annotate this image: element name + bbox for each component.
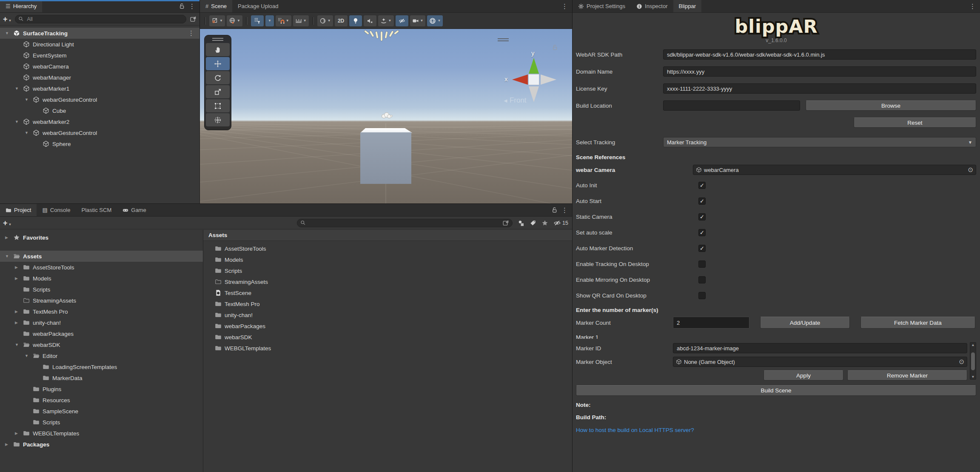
snap-toggle-button[interactable]: ▼ <box>276 15 291 26</box>
expand-arrow-icon[interactable] <box>15 343 23 347</box>
add-update-button[interactable]: Add/Update <box>760 317 850 329</box>
marker-scrollbar[interactable]: ▲ ▼ <box>970 342 976 380</box>
kebab-menu-icon[interactable]: ⋮ <box>561 207 568 213</box>
create-asset-button[interactable]: +▼ <box>3 220 11 226</box>
east-axis-cone[interactable] <box>541 74 556 85</box>
unlock-icon[interactable] <box>179 3 185 9</box>
license-key-field[interactable]: xxxx-1111-2222-3333-yyyy <box>663 83 976 94</box>
move-tool-button[interactable] <box>206 57 230 70</box>
tab-package-upload[interactable]: Package Upload <box>232 0 284 12</box>
expand-arrow-icon[interactable] <box>5 31 13 35</box>
audio-mute-button[interactable] <box>364 15 376 26</box>
kebab-menu-icon[interactable]: ⋮ <box>188 29 199 37</box>
tab-hierarchy[interactable]: ☰ Hierarchy <box>0 0 42 12</box>
folder-tree-row[interactable]: Favorites <box>0 232 203 243</box>
kebab-menu-icon[interactable]: ⋮ <box>561 3 568 9</box>
pick-window-icon[interactable] <box>190 16 197 23</box>
asset-item[interactable]: Scripts <box>203 265 572 276</box>
build-scene-button[interactable]: Build Scene <box>576 385 976 396</box>
shading-mode-button[interactable]: ▼ <box>317 15 333 26</box>
select-tracking-dropdown[interactable]: Marker Tracking ▼ <box>663 137 976 147</box>
hierarchy-row[interactable]: webarMarker1 ⋮ <box>0 83 199 94</box>
view-direction-label[interactable]: ◄ Front <box>503 96 527 105</box>
y-axis-cone[interactable] <box>529 58 539 74</box>
asset-item[interactable]: AssetStoreTools <box>203 243 572 254</box>
tab-inspector[interactable]: Inspector <box>631 0 673 12</box>
checkbox[interactable] <box>698 213 706 220</box>
label-tag-icon[interactable] <box>530 220 536 226</box>
expand-arrow-icon[interactable] <box>15 320 23 325</box>
domain-name-field[interactable]: https://xxxx.yyy <box>663 66 976 77</box>
expand-arrow-icon[interactable] <box>15 309 23 314</box>
hand-tool-button[interactable] <box>206 43 230 56</box>
folder-tree-row[interactable]: Plugins <box>0 383 203 395</box>
expand-arrow-icon[interactable] <box>15 265 23 269</box>
hierarchy-row[interactable]: Directional Light ⋮ <box>0 39 199 50</box>
grid-visibility-caret[interactable]: ▼ <box>265 15 274 26</box>
gizmo-center-cube[interactable] <box>528 74 539 85</box>
hierarchy-row[interactable]: Sphere ⋮ <box>0 138 199 149</box>
checkbox[interactable] <box>698 197 706 205</box>
checkbox[interactable] <box>698 229 706 236</box>
tab-project-settings[interactable]: Project Settings <box>573 0 631 12</box>
folder-tree-row[interactable]: TextMesh Pro <box>0 306 203 317</box>
asset-item[interactable]: webarSDK <box>203 332 572 343</box>
hierarchy-row[interactable]: Cube ⋮ <box>0 105 199 116</box>
folder-tree-row[interactable]: WEBGLTemplates <box>0 428 203 439</box>
asset-item[interactable]: TestScene <box>203 287 572 298</box>
expand-arrow-icon[interactable] <box>15 86 23 91</box>
checkbox[interactable] <box>698 292 706 299</box>
asset-item[interactable]: StreamingAssets <box>203 276 572 287</box>
folder-tree-row[interactable]: MarkerData <box>0 372 203 383</box>
marker-id-field[interactable]: abcd-1234-marker-image <box>673 343 967 353</box>
folder-tree-row[interactable]: webarSDK <box>0 339 203 350</box>
expand-arrow-icon[interactable] <box>25 131 33 135</box>
build-location-field[interactable] <box>663 100 800 111</box>
object-picker-icon[interactable]: ⊙ <box>957 358 966 366</box>
handle-orientation-button[interactable]: ▼ <box>227 15 242 26</box>
gizmos-button[interactable]: ▼ <box>427 15 443 26</box>
checkbox[interactable] <box>698 276 706 283</box>
remove-marker-button[interactable]: Remove Marker <box>847 370 967 380</box>
tab-scene[interactable]: # Scene <box>200 0 232 12</box>
gizmo-lock-icon[interactable] <box>552 44 558 51</box>
2d-toggle-button[interactable]: 2D <box>335 15 348 26</box>
folder-tree-row[interactable]: Models <box>0 273 203 284</box>
add-gameobject-button[interactable]: +▼ <box>3 16 11 23</box>
expand-arrow-icon[interactable] <box>5 235 13 240</box>
asset-item[interactable]: webarPackages <box>203 320 572 332</box>
project-search-input[interactable] <box>308 220 500 226</box>
hierarchy-row[interactable]: SurfaceTracking ⋮ <box>0 28 199 39</box>
hierarchy-row[interactable]: webarCamera ⋮ <box>0 61 199 72</box>
expand-arrow-icon[interactable] <box>25 354 33 358</box>
asset-item[interactable]: unity-chan! <box>203 309 572 320</box>
folder-tree-row[interactable]: Assets <box>0 251 203 262</box>
favorite-star-icon[interactable] <box>541 220 548 226</box>
checkbox[interactable] <box>698 182 706 189</box>
folder-tree-row[interactable]: Resources <box>0 395 203 406</box>
hierarchy-row[interactable]: EventSystem ⋮ <box>0 50 199 61</box>
folder-tree-row[interactable]: StreamingAssets <box>0 295 203 306</box>
fetch-marker-data-button[interactable]: Fetch Marker Data <box>860 317 975 329</box>
filter-type-icon[interactable] <box>518 220 524 226</box>
pivot-tool-button[interactable]: ▼ <box>209 15 225 26</box>
checkbox[interactable] <box>698 260 706 268</box>
snap-increment-button[interactable]: ▼ <box>293 15 309 26</box>
transform-tool-button[interactable] <box>206 113 230 126</box>
tab-console[interactable]: ▤ Console <box>37 204 76 216</box>
expand-arrow-icon[interactable] <box>15 431 23 435</box>
scrollbar-thumb[interactable] <box>971 352 975 370</box>
tab-blippar[interactable]: Blippar <box>673 0 701 12</box>
pick-window-icon[interactable] <box>502 220 509 226</box>
folder-tree-row[interactable]: webarPackages <box>0 328 203 339</box>
scene-camera-button[interactable]: ▼ <box>410 15 426 26</box>
hierarchy-search-input[interactable] <box>26 16 183 23</box>
south-axis-cone[interactable] <box>529 86 539 102</box>
object-picker-icon[interactable]: ⊙ <box>966 166 975 174</box>
folder-tree-row[interactable]: LoadingScreenTemplates <box>0 361 203 372</box>
expand-arrow-icon[interactable] <box>5 254 13 258</box>
folder-tree-row[interactable]: AssetStoreTools <box>0 262 203 273</box>
browse-button[interactable]: Browse <box>806 100 976 111</box>
scrollbar-up-icon[interactable]: ▲ <box>971 343 975 347</box>
folder-tree-row[interactable]: Scripts <box>0 284 203 295</box>
